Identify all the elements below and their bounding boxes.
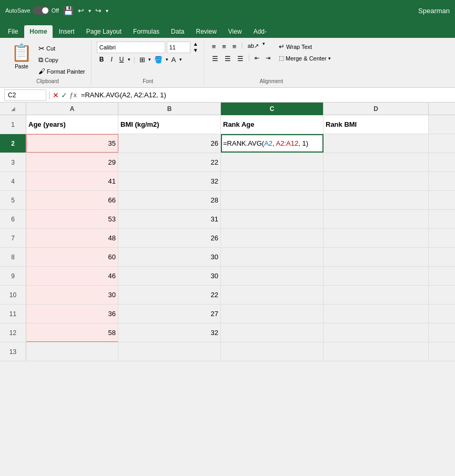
cell-c11[interactable] (221, 305, 323, 323)
cell-b13[interactable] (118, 342, 221, 361)
copy-button[interactable]: ⧉ Copy (37, 55, 87, 65)
indent-decrease[interactable]: ⇤ (252, 53, 262, 64)
align-left[interactable]: ☰ (209, 53, 221, 64)
cell-a9[interactable]: 46 (26, 267, 118, 285)
align-center[interactable]: ☰ (222, 53, 234, 64)
cell-a3[interactable]: 29 (26, 153, 118, 171)
insert-function-button[interactable]: ƒx (69, 91, 77, 99)
col-header-b[interactable]: B (118, 103, 221, 115)
align-top-left[interactable]: ≡ (209, 41, 219, 52)
cell-name-box[interactable] (4, 89, 46, 101)
cell-a1[interactable]: Age (years) (26, 115, 118, 134)
cut-button[interactable]: ✂ Cut (37, 43, 87, 54)
menu-page-layout[interactable]: Page Layout (81, 25, 127, 38)
autosave-pill[interactable] (33, 6, 49, 15)
cell-b12[interactable]: 32 (118, 323, 221, 342)
cell-a7[interactable]: 48 (26, 229, 118, 247)
cell-d12[interactable] (323, 323, 429, 342)
cell-c6[interactable] (221, 210, 323, 228)
cell-d10[interactable] (323, 286, 429, 304)
cell-b11[interactable]: 27 (118, 305, 221, 323)
cell-c9[interactable] (221, 267, 323, 285)
menu-review[interactable]: Review (190, 25, 221, 38)
cell-a5[interactable]: 66 (26, 191, 118, 209)
cell-a6[interactable]: 53 (26, 210, 118, 228)
align-right[interactable]: ☰ (235, 53, 246, 64)
cell-d2[interactable] (323, 134, 429, 153)
cell-d9[interactable] (323, 267, 429, 285)
orient-dropdown[interactable]: ▾ (262, 41, 265, 52)
cell-b9[interactable]: 30 (118, 267, 221, 285)
format-painter-button[interactable]: 🖌 Format Painter (37, 66, 87, 76)
cell-b7[interactable]: 26 (118, 229, 221, 247)
border-dropdown[interactable]: ▾ (148, 57, 151, 62)
cell-d7[interactable] (323, 229, 429, 247)
formula-input[interactable] (79, 90, 451, 100)
cell-b2[interactable]: 26 (118, 134, 221, 153)
cell-c1[interactable]: Rank Age (221, 115, 323, 134)
align-top-right[interactable]: ≡ (230, 41, 239, 52)
undo-dropdown[interactable]: ▾ (88, 8, 91, 14)
indent-increase[interactable]: ⇥ (263, 53, 273, 64)
border-button[interactable]: ⊞ (138, 55, 147, 64)
paste-button[interactable]: 📋 Paste (8, 41, 35, 71)
cell-c4[interactable] (221, 172, 323, 190)
cancel-formula-button[interactable]: ✕ (53, 91, 59, 99)
font-color-dropdown[interactable]: ▾ (179, 57, 182, 62)
cell-c12[interactable] (221, 323, 323, 342)
select-all[interactable]: ◢ (11, 106, 15, 112)
cell-a11[interactable]: 36 (26, 305, 118, 323)
italic-button[interactable]: I (108, 55, 115, 64)
menu-view[interactable]: View (223, 25, 247, 38)
cell-c10[interactable] (221, 286, 323, 304)
font-size-input[interactable] (167, 42, 190, 53)
cell-b10[interactable]: 22 (118, 286, 221, 304)
cell-a4[interactable]: 41 (26, 172, 118, 190)
cell-c2[interactable]: =RANK.AVG(A2, A2:A12, 1) (221, 134, 323, 153)
menu-file[interactable]: File (3, 25, 23, 38)
menu-data[interactable]: Data (166, 25, 189, 38)
cell-a2[interactable]: 35 (26, 134, 118, 153)
save-icon[interactable]: 💾 (63, 6, 74, 16)
redo-button[interactable]: ↪ (95, 6, 102, 15)
cell-b8[interactable]: 30 (118, 248, 221, 266)
cell-d13[interactable] (323, 342, 429, 361)
font-color-button[interactable]: A (170, 55, 178, 64)
cell-d3[interactable] (323, 153, 429, 171)
font-size-decrease[interactable]: ▼ (192, 47, 199, 53)
cell-c13[interactable] (221, 342, 323, 361)
font-name-input[interactable] (97, 42, 165, 53)
menu-home[interactable]: Home (24, 25, 52, 38)
cell-c7[interactable] (221, 229, 323, 247)
col-header-d[interactable]: D (323, 103, 429, 115)
cell-d11[interactable] (323, 305, 429, 323)
cell-b5[interactable]: 28 (118, 191, 221, 209)
merge-center-button[interactable]: ⬚ Merge & Center ▾ (276, 53, 333, 63)
cell-a10[interactable]: 30 (26, 286, 118, 304)
underline-button[interactable]: U (117, 55, 127, 64)
cell-b1[interactable]: BMI (kg/m2) (118, 115, 221, 134)
undo-button[interactable]: ↩ (78, 6, 84, 15)
cell-c8[interactable] (221, 248, 323, 266)
cell-a12[interactable]: 58 (26, 323, 118, 342)
fill-color-dropdown[interactable]: ▾ (166, 57, 168, 62)
cell-d5[interactable] (323, 191, 429, 209)
menu-insert[interactable]: Insert (54, 25, 80, 38)
cell-a8[interactable]: 60 (26, 248, 118, 266)
cell-b3[interactable]: 22 (118, 153, 221, 171)
cell-c3[interactable] (221, 153, 323, 171)
cell-c5[interactable] (221, 191, 323, 209)
cell-b6[interactable]: 31 (118, 210, 221, 228)
underline-dropdown[interactable]: ▾ (128, 57, 130, 62)
menu-addins[interactable]: Add- (248, 25, 272, 38)
confirm-formula-button[interactable]: ✓ (61, 91, 67, 99)
cell-d1[interactable]: Rank BMI (323, 115, 429, 134)
col-header-c[interactable]: C (221, 103, 323, 115)
autosave-toggle[interactable]: AutoSave Off (5, 6, 59, 15)
cell-b4[interactable]: 32 (118, 172, 221, 190)
cell-a13[interactable] (26, 342, 118, 361)
col-header-a[interactable]: A (26, 103, 118, 115)
orient-text[interactable]: ab↗ (245, 41, 261, 52)
font-size-increase[interactable]: ▲ (192, 41, 199, 47)
fill-color-button[interactable]: 🪣 (153, 55, 164, 64)
